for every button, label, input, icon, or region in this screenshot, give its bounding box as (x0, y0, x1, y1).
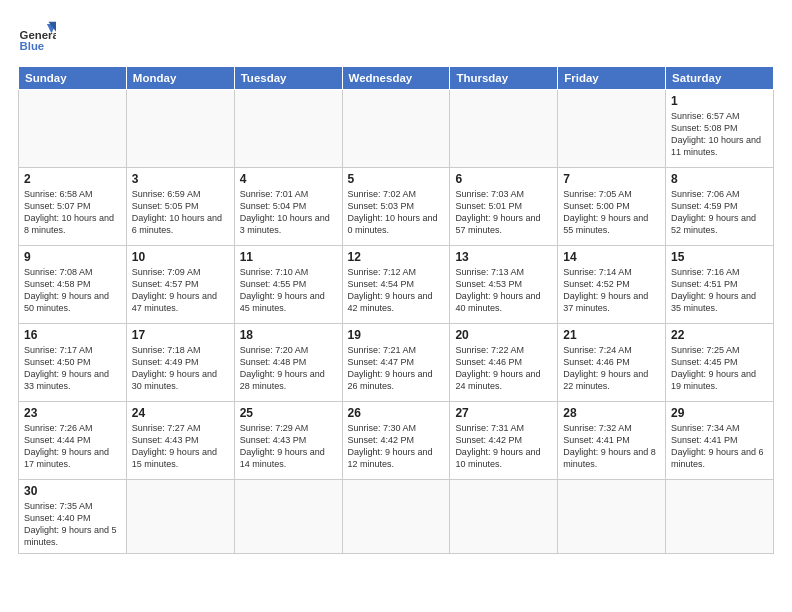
day-info: Sunrise: 6:59 AM Sunset: 5:05 PM Dayligh… (132, 188, 229, 237)
col-wednesday: Wednesday (342, 67, 450, 90)
calendar-cell: 15Sunrise: 7:16 AM Sunset: 4:51 PM Dayli… (666, 246, 774, 324)
day-info: Sunrise: 7:14 AM Sunset: 4:52 PM Dayligh… (563, 266, 660, 315)
calendar-cell: 23Sunrise: 7:26 AM Sunset: 4:44 PM Dayli… (19, 402, 127, 480)
day-number: 17 (132, 328, 229, 342)
day-info: Sunrise: 7:18 AM Sunset: 4:49 PM Dayligh… (132, 344, 229, 393)
day-info: Sunrise: 7:21 AM Sunset: 4:47 PM Dayligh… (348, 344, 445, 393)
calendar-cell: 6Sunrise: 7:03 AM Sunset: 5:01 PM Daylig… (450, 168, 558, 246)
day-info: Sunrise: 7:26 AM Sunset: 4:44 PM Dayligh… (24, 422, 121, 471)
calendar-cell (342, 480, 450, 554)
col-saturday: Saturday (666, 67, 774, 90)
calendar-cell: 28Sunrise: 7:32 AM Sunset: 4:41 PM Dayli… (558, 402, 666, 480)
day-info: Sunrise: 7:13 AM Sunset: 4:53 PM Dayligh… (455, 266, 552, 315)
calendar-cell: 2Sunrise: 6:58 AM Sunset: 5:07 PM Daylig… (19, 168, 127, 246)
day-info: Sunrise: 7:03 AM Sunset: 5:01 PM Dayligh… (455, 188, 552, 237)
calendar-cell (234, 90, 342, 168)
calendar-cell (450, 480, 558, 554)
calendar-cell (19, 90, 127, 168)
day-number: 10 (132, 250, 229, 264)
day-info: Sunrise: 7:17 AM Sunset: 4:50 PM Dayligh… (24, 344, 121, 393)
calendar-cell (450, 90, 558, 168)
col-sunday: Sunday (19, 67, 127, 90)
day-info: Sunrise: 7:16 AM Sunset: 4:51 PM Dayligh… (671, 266, 768, 315)
day-number: 7 (563, 172, 660, 186)
day-number: 24 (132, 406, 229, 420)
calendar-week-row: 16Sunrise: 7:17 AM Sunset: 4:50 PM Dayli… (19, 324, 774, 402)
day-number: 12 (348, 250, 445, 264)
day-info: Sunrise: 7:08 AM Sunset: 4:58 PM Dayligh… (24, 266, 121, 315)
calendar-cell: 14Sunrise: 7:14 AM Sunset: 4:52 PM Dayli… (558, 246, 666, 324)
day-number: 4 (240, 172, 337, 186)
calendar-cell (558, 480, 666, 554)
day-info: Sunrise: 7:35 AM Sunset: 4:40 PM Dayligh… (24, 500, 121, 549)
calendar-cell: 9Sunrise: 7:08 AM Sunset: 4:58 PM Daylig… (19, 246, 127, 324)
calendar-cell: 22Sunrise: 7:25 AM Sunset: 4:45 PM Dayli… (666, 324, 774, 402)
day-info: Sunrise: 7:05 AM Sunset: 5:00 PM Dayligh… (563, 188, 660, 237)
day-number: 14 (563, 250, 660, 264)
col-tuesday: Tuesday (234, 67, 342, 90)
day-info: Sunrise: 6:58 AM Sunset: 5:07 PM Dayligh… (24, 188, 121, 237)
calendar-week-row: 23Sunrise: 7:26 AM Sunset: 4:44 PM Dayli… (19, 402, 774, 480)
calendar-table: Sunday Monday Tuesday Wednesday Thursday… (18, 66, 774, 554)
col-friday: Friday (558, 67, 666, 90)
day-number: 25 (240, 406, 337, 420)
calendar-cell: 19Sunrise: 7:21 AM Sunset: 4:47 PM Dayli… (342, 324, 450, 402)
page-header: General Blue (18, 18, 774, 56)
day-info: Sunrise: 7:20 AM Sunset: 4:48 PM Dayligh… (240, 344, 337, 393)
calendar-cell: 18Sunrise: 7:20 AM Sunset: 4:48 PM Dayli… (234, 324, 342, 402)
day-info: Sunrise: 7:29 AM Sunset: 4:43 PM Dayligh… (240, 422, 337, 471)
calendar-cell (342, 90, 450, 168)
col-thursday: Thursday (450, 67, 558, 90)
day-number: 9 (24, 250, 121, 264)
day-info: Sunrise: 7:02 AM Sunset: 5:03 PM Dayligh… (348, 188, 445, 237)
day-info: Sunrise: 7:24 AM Sunset: 4:46 PM Dayligh… (563, 344, 660, 393)
day-number: 15 (671, 250, 768, 264)
day-info: Sunrise: 7:25 AM Sunset: 4:45 PM Dayligh… (671, 344, 768, 393)
calendar-cell: 29Sunrise: 7:34 AM Sunset: 4:41 PM Dayli… (666, 402, 774, 480)
calendar-week-row: 30Sunrise: 7:35 AM Sunset: 4:40 PM Dayli… (19, 480, 774, 554)
col-monday: Monday (126, 67, 234, 90)
day-info: Sunrise: 7:31 AM Sunset: 4:42 PM Dayligh… (455, 422, 552, 471)
day-info: Sunrise: 7:09 AM Sunset: 4:57 PM Dayligh… (132, 266, 229, 315)
day-number: 13 (455, 250, 552, 264)
day-info: Sunrise: 7:32 AM Sunset: 4:41 PM Dayligh… (563, 422, 660, 471)
day-number: 8 (671, 172, 768, 186)
day-number: 5 (348, 172, 445, 186)
calendar-cell: 3Sunrise: 6:59 AM Sunset: 5:05 PM Daylig… (126, 168, 234, 246)
calendar-cell: 11Sunrise: 7:10 AM Sunset: 4:55 PM Dayli… (234, 246, 342, 324)
day-number: 11 (240, 250, 337, 264)
day-number: 30 (24, 484, 121, 498)
day-info: Sunrise: 6:57 AM Sunset: 5:08 PM Dayligh… (671, 110, 768, 159)
calendar-cell: 8Sunrise: 7:06 AM Sunset: 4:59 PM Daylig… (666, 168, 774, 246)
day-number: 27 (455, 406, 552, 420)
calendar-cell: 7Sunrise: 7:05 AM Sunset: 5:00 PM Daylig… (558, 168, 666, 246)
day-info: Sunrise: 7:06 AM Sunset: 4:59 PM Dayligh… (671, 188, 768, 237)
day-number: 16 (24, 328, 121, 342)
day-info: Sunrise: 7:34 AM Sunset: 4:41 PM Dayligh… (671, 422, 768, 471)
calendar-cell: 16Sunrise: 7:17 AM Sunset: 4:50 PM Dayli… (19, 324, 127, 402)
calendar-cell (666, 480, 774, 554)
calendar-cell (126, 480, 234, 554)
calendar-cell (234, 480, 342, 554)
calendar-cell: 24Sunrise: 7:27 AM Sunset: 4:43 PM Dayli… (126, 402, 234, 480)
calendar-cell: 12Sunrise: 7:12 AM Sunset: 4:54 PM Dayli… (342, 246, 450, 324)
calendar-cell: 20Sunrise: 7:22 AM Sunset: 4:46 PM Dayli… (450, 324, 558, 402)
day-number: 26 (348, 406, 445, 420)
svg-text:Blue: Blue (20, 40, 45, 52)
day-number: 29 (671, 406, 768, 420)
day-info: Sunrise: 7:10 AM Sunset: 4:55 PM Dayligh… (240, 266, 337, 315)
calendar-cell: 21Sunrise: 7:24 AM Sunset: 4:46 PM Dayli… (558, 324, 666, 402)
logo: General Blue (18, 18, 56, 56)
generalblue-logo-icon: General Blue (18, 18, 56, 56)
calendar-week-row: 1Sunrise: 6:57 AM Sunset: 5:08 PM Daylig… (19, 90, 774, 168)
day-number: 21 (563, 328, 660, 342)
day-number: 3 (132, 172, 229, 186)
calendar-cell: 17Sunrise: 7:18 AM Sunset: 4:49 PM Dayli… (126, 324, 234, 402)
calendar-cell: 10Sunrise: 7:09 AM Sunset: 4:57 PM Dayli… (126, 246, 234, 324)
calendar-cell (126, 90, 234, 168)
day-number: 22 (671, 328, 768, 342)
day-number: 20 (455, 328, 552, 342)
day-number: 18 (240, 328, 337, 342)
day-number: 1 (671, 94, 768, 108)
day-number: 23 (24, 406, 121, 420)
